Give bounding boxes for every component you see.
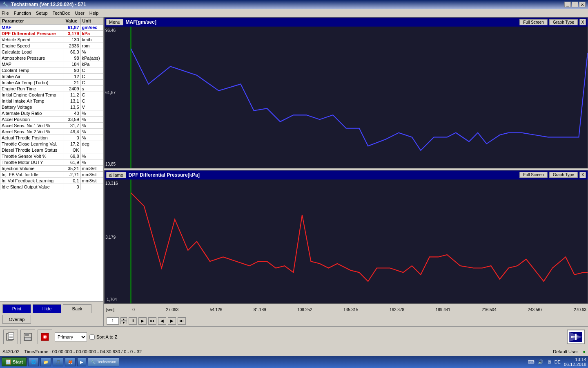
param-unit: % (80, 153, 103, 159)
param-name: Engine Run Time (0, 86, 64, 92)
hide-button[interactable]: Hide (33, 304, 61, 313)
graph2-menu-button[interactable]: alliamo (106, 172, 126, 178)
flag-button[interactable] (567, 330, 585, 344)
skip-start-button[interactable]: ⏮ (148, 317, 156, 325)
maximize-button[interactable]: □ (572, 2, 578, 7)
content-area: Parameter Value Unit MAF 61,87 gm/sec DP… (0, 17, 588, 326)
speed-down-button[interactable]: ▼ (120, 321, 127, 324)
timeline-label-8: 216.504 (482, 307, 497, 312)
pause-button[interactable]: ⏸ (129, 317, 137, 325)
param-name: Accel Position (0, 117, 64, 123)
graph1-svg (105, 27, 588, 168)
tech-icon: 🔧 (91, 360, 96, 364)
param-unit: mm3/st (80, 166, 103, 172)
minimize-button[interactable]: _ (564, 2, 571, 7)
window-title: Techstream (Ver 12.20.024) - 571 (11, 2, 86, 7)
primary-dropdown[interactable]: Primary Secondary (55, 332, 87, 341)
table-row: Throttle Sensor Volt % 69,8 % (0, 153, 103, 159)
timeline-label-5: 135.315 (343, 307, 358, 312)
taskbar-techstream[interactable]: 🔧 Techstream (88, 357, 119, 366)
skip-end-button[interactable]: ⏭ (178, 317, 186, 325)
param-name: Vehicle Speed (0, 37, 64, 43)
timeline-sec-label: [sec] (106, 307, 114, 312)
graph2-fullscreen-button[interactable]: Full Screen (519, 172, 548, 178)
param-unit: km/h (80, 37, 103, 43)
param-unit: s (80, 86, 103, 92)
back-button[interactable]: Back (63, 304, 91, 313)
table-row: Initial Intake Air Temp 13,1 C (0, 98, 103, 104)
timeline-label-10: 270.63 (574, 307, 586, 312)
param-value: 33,59 (64, 117, 80, 123)
taskbar: 🪟 Start 🌐 📁 🎵 🦊 ▶ 🔧 Techstream ⌨ 🔊 🖥 DE … (0, 356, 588, 368)
taskbar-media[interactable]: 🎵 (53, 357, 63, 366)
clock-time: 13:14 (564, 357, 586, 362)
step-forward-button[interactable]: ▶ (168, 317, 176, 325)
taskbar-right: ⌨ 🔊 🖥 DE 13:14 06.12.2018 (528, 357, 586, 367)
param-unit: kPa (80, 61, 103, 67)
status-indicator: ● (583, 349, 586, 354)
toolbar-icon-btn-2[interactable] (20, 330, 35, 344)
toolbar-icon-btn-3[interactable] (38, 330, 52, 344)
play-button[interactable]: ▶ (138, 317, 147, 325)
status-code: S420-02 (2, 349, 20, 354)
timeline-label-3: 81.189 (254, 307, 266, 312)
clock-date: 06.12.2018 (564, 362, 586, 367)
status-bar: S420-02 Time/Frame : 00.00.000 - 00.00.0… (0, 347, 588, 356)
table-row: DPF Differential Pressure 3,179 kPa (0, 31, 103, 37)
menu-file[interactable]: File (2, 11, 9, 16)
graph1-close-button[interactable]: X (579, 19, 586, 25)
title-bar: 🔧 Techstream (Ver 12.20.024) - 571 _ □ ✕ (0, 0, 588, 9)
copy-icon (6, 332, 16, 342)
overlap-button[interactable]: Overlap (2, 315, 31, 324)
param-name: Alternate Duty Ratio (0, 110, 64, 117)
taskbar-firefox[interactable]: 🦊 (65, 357, 76, 366)
print-button[interactable]: Print (2, 304, 31, 313)
param-unit: V (80, 104, 103, 110)
param-value: 13,5 (64, 104, 80, 110)
param-unit: C (80, 98, 103, 104)
graph1-header: Menu MAF[gm/sec] Full Screen Graph Type … (105, 18, 588, 27)
table-row: Vehicle Speed 130 km/h (0, 37, 103, 43)
param-value: 21 (64, 80, 80, 86)
param-name: Inj Vol Feedback Learning (0, 178, 64, 184)
sort-checkbox[interactable] (89, 334, 95, 340)
graph2-close-button[interactable]: X (579, 172, 586, 178)
step-back-button[interactable]: ◀ (158, 317, 166, 325)
taskbar-wmp[interactable]: ▶ (77, 357, 86, 366)
param-value: 12 (64, 74, 80, 80)
left-btn-area: Print Hide Back Overlap (0, 302, 103, 326)
graph1-y-mid: 61,87 (105, 90, 116, 95)
sort-label: Sort A to Z (89, 334, 117, 340)
col-header-unit: Unit (80, 18, 103, 25)
toolbar-icon-btn-1[interactable] (3, 330, 18, 344)
param-value: 90 (64, 67, 80, 74)
col-header-value: Value (64, 18, 80, 25)
start-button[interactable]: 🪟 Start (2, 357, 27, 366)
timeline-label-1: 27.063 (166, 307, 178, 312)
speed-up-button[interactable]: ▲ (120, 317, 127, 321)
graph2-y-mid: 3,179 (105, 235, 116, 240)
graph1-menu-button[interactable]: Menu (106, 19, 123, 25)
taskbar-explorer[interactable]: 📁 (40, 357, 51, 366)
param-unit: C (80, 74, 103, 80)
left-panel: Parameter Value Unit MAF 61,87 gm/sec DP… (0, 17, 104, 326)
menu-user[interactable]: User (75, 11, 84, 16)
param-value: 0 (64, 135, 80, 141)
menu-setup[interactable]: Setup (36, 11, 48, 16)
graph1-type-button[interactable]: Graph Type (549, 19, 578, 25)
graph2-header: alliamo DPF Differential Pressure[kPa] F… (105, 171, 588, 180)
param-name: Initial Intake Air Temp (0, 98, 64, 104)
menu-function[interactable]: Function (14, 11, 31, 16)
graph2-type-button[interactable]: Graph Type (549, 172, 578, 178)
menu-techdoc[interactable]: TechDoc (53, 11, 70, 16)
graph1-fullscreen-button[interactable]: Full Screen (519, 19, 548, 25)
close-button[interactable]: ✕ (579, 2, 586, 7)
taskbar-ie[interactable]: 🌐 (28, 357, 39, 366)
playback-speed-input[interactable] (107, 317, 119, 325)
menu-help[interactable]: Help (89, 11, 99, 16)
graph1-title: MAF[gm/sec] (126, 19, 520, 25)
param-value: 184 (64, 61, 80, 67)
param-value: 35,21 (64, 166, 80, 172)
param-value: 0 (64, 184, 80, 190)
param-value: 2336 (64, 43, 80, 49)
